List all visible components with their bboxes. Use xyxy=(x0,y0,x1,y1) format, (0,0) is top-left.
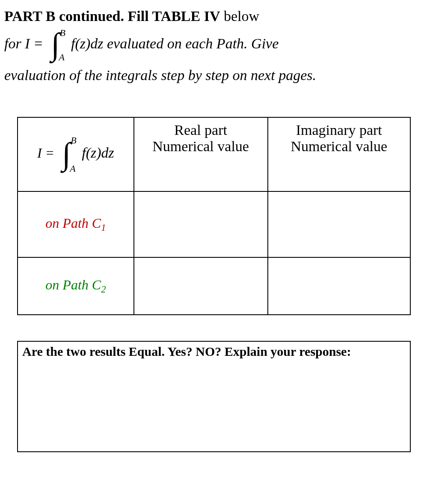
path-c2-imag-cell[interactable] xyxy=(268,257,410,315)
real-part-label-1: Real part xyxy=(135,122,267,138)
table-header-cell-integral: I = ∫ B A f(z)dz xyxy=(18,117,134,191)
integral-sign-icon: ∫ B A xyxy=(58,137,75,172)
table-header-row: I = ∫ B A f(z)dz Real part Numerical val… xyxy=(18,117,410,191)
explain-prompt: Are the two results Equal. Yes? NO? Expl… xyxy=(22,344,406,359)
integral-lower-limit: A xyxy=(59,50,64,65)
instruction-line-2: evaluation of the integrals step by step… xyxy=(4,64,420,87)
header-integral-expression: I = ∫ B A f(z)dz xyxy=(37,137,114,172)
path-c1-label-cell: on Path C1 xyxy=(18,191,134,257)
heading-bold: PART B continued. Fill TABLE IV xyxy=(4,8,220,24)
explain-question: Are the two results Equal. Yes? NO? xyxy=(22,344,221,358)
path-c1-sub: 1 xyxy=(101,222,106,233)
instr-for: for I xyxy=(4,36,30,51)
header-I-equals: I = xyxy=(37,145,58,161)
instruction-line-1: for I = ∫ B A f(z)dz evaluated on each P… xyxy=(4,28,420,62)
table-row: on Path C1 xyxy=(18,191,410,257)
path-c2-label: on Path C2 xyxy=(45,277,106,292)
path-c1-label: on Path C1 xyxy=(45,215,106,231)
integral-expression: ∫ B A f(z)dz xyxy=(47,28,103,62)
explain-box[interactable]: Are the two results Equal. Yes? NO? Expl… xyxy=(17,341,411,452)
header-integrand: f(z)dz xyxy=(82,145,114,161)
table-row: on Path C2 xyxy=(18,257,410,315)
path-c2-sub: 2 xyxy=(101,284,106,295)
heading-tail: below xyxy=(220,8,260,24)
integral-upper-limit: B xyxy=(71,135,76,146)
section-heading: PART B continued. Fill TABLE IV below xyxy=(4,8,420,25)
real-part-label-2: Numerical value xyxy=(135,138,267,155)
instruction-block: for I = ∫ B A f(z)dz evaluated on each P… xyxy=(4,28,420,87)
table-header-imag: Imaginary part Numerical value xyxy=(268,117,410,191)
path-c2-real-cell[interactable] xyxy=(134,257,268,315)
path-c2-text: on Path C xyxy=(45,277,101,292)
integrand: f(z)dz xyxy=(71,36,104,51)
integral-upper-limit: B xyxy=(59,25,65,40)
instr-eq: = xyxy=(30,36,47,51)
path-c1-text: on Path C xyxy=(45,215,101,231)
explain-instruction: Explain your response: xyxy=(221,344,351,358)
instr-post: evaluated on each Path. Give xyxy=(107,36,279,51)
integral-lower-limit: A xyxy=(70,163,75,174)
table-iv: I = ∫ B A f(z)dz Real part Numerical val… xyxy=(17,117,411,315)
imag-part-label-1: Imaginary part xyxy=(269,122,409,138)
imag-part-label-2: Numerical value xyxy=(269,138,409,155)
path-c2-label-cell: on Path C2 xyxy=(18,257,134,315)
integral-sign-icon: ∫ B A xyxy=(47,28,64,62)
table-header-real: Real part Numerical value xyxy=(134,117,268,191)
path-c1-real-cell[interactable] xyxy=(134,191,268,257)
path-c1-imag-cell[interactable] xyxy=(268,191,410,257)
